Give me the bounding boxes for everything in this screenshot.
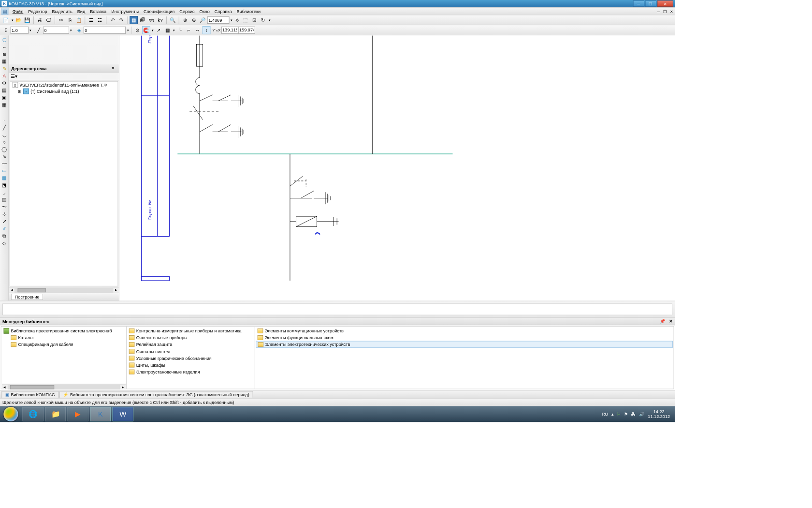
ellipse-icon[interactable]: ◯	[0, 146, 8, 153]
library-header[interactable]: Менеджер библиотек 📌 ✕	[0, 318, 675, 325]
taskbar-media[interactable]: ▶	[68, 407, 88, 421]
refresh-icon[interactable]: ↻	[259, 16, 267, 24]
snap-magnet-icon[interactable]: 🧲	[142, 26, 150, 34]
ortho-icon[interactable]: └	[176, 26, 184, 34]
layer-input[interactable]	[84, 27, 126, 34]
list-item[interactable]: Контрольно-измерительные приборы и автом…	[127, 327, 254, 334]
list-item[interactable]: Условные графические обозначения	[127, 355, 254, 361]
menu-insert[interactable]: Вставка	[87, 8, 109, 15]
lib-tree-item[interactable]: Каталог	[2, 334, 125, 341]
tray-volume-icon[interactable]: 🔊	[639, 412, 645, 417]
lang-indicator[interactable]: RU	[602, 412, 608, 417]
step-icon[interactable]: ↧	[2, 26, 10, 34]
zoom-window-icon[interactable]: 🔎	[199, 16, 207, 24]
notations-icon[interactable]: ≋	[0, 51, 8, 58]
coord2-icon[interactable]: ↕	[203, 26, 211, 34]
coord1-icon[interactable]: ↔	[194, 26, 202, 34]
taskbar-explorer[interactable]: 📁	[45, 407, 66, 421]
tree-panel-header[interactable]: Дерево чертежа ✕	[9, 64, 119, 73]
zoom-extents-icon[interactable]: 🔍	[169, 16, 177, 24]
lib-close-icon[interactable]: ✕	[669, 319, 672, 324]
snap3-icon[interactable]: ↗	[155, 26, 163, 34]
tray-clock[interactable]: 14:22 11.12.2012	[648, 409, 670, 419]
coord-y-input[interactable]	[238, 27, 255, 34]
lib-tree-root[interactable]: Библиотека проектирования систем электро…	[2, 327, 125, 334]
lib-scrollbar[interactable]: ◂▸	[2, 384, 126, 389]
menu-tools[interactable]: Инструменты	[109, 8, 141, 15]
new-dropdown[interactable]: ▾	[11, 18, 14, 22]
taskbar-kompas[interactable]: K	[90, 407, 111, 421]
tree-node-item[interactable]: ⊞ ▫ (т) Системный вид (1:1)	[10, 88, 118, 94]
preview-icon[interactable]: 🖵	[44, 16, 53, 24]
start-button[interactable]	[0, 406, 22, 422]
coord-x-input[interactable]	[221, 27, 238, 34]
active-panel-icon[interactable]: ▦	[130, 16, 138, 24]
curve-icon[interactable]: 〜	[0, 203, 8, 210]
cut-icon[interactable]: ✂	[57, 16, 65, 24]
lib-tree-item[interactable]: Спецификация для кабеля	[2, 341, 125, 348]
params-icon[interactable]: ⚙	[0, 80, 8, 87]
point-icon[interactable]: ·	[0, 117, 8, 124]
new-icon[interactable]: 📄	[2, 16, 10, 24]
lib-tab-es[interactable]: ⚡Библиотека проектирования систем электр…	[59, 391, 253, 397]
list-item[interactable]: Сигналы систем	[127, 348, 254, 355]
menu-select[interactable]: Выделить	[50, 8, 75, 15]
close-button[interactable]: ✕	[657, 0, 673, 7]
fill-icon[interactable]: ▩	[0, 175, 8, 182]
doc2-icon[interactable]: ▦	[0, 101, 8, 108]
tree-root-item[interactable]: ▯ \\SERVER21\students\11-эпп\Амекачев Т.…	[10, 82, 118, 88]
break-icon[interactable]: ⤢	[0, 218, 8, 225]
snap1-icon[interactable]: ⊙	[133, 26, 142, 34]
taskbar-ie[interactable]: 🌐	[23, 407, 44, 421]
chamfer-icon[interactable]: ⬔	[0, 182, 8, 189]
list-item[interactable]: Щиты, шкафы	[127, 361, 254, 368]
menu-spec[interactable]: Спецификация	[141, 8, 177, 15]
undo-icon[interactable]: ↶	[108, 16, 116, 24]
list-item[interactable]: Элементы коммутационных устройств	[256, 327, 673, 334]
menu-libraries[interactable]: Библиотеки	[234, 8, 263, 15]
circle-icon[interactable]: ○	[0, 138, 8, 146]
offset-icon[interactable]: ⫽	[0, 225, 8, 232]
menu-file[interactable]: Файл	[10, 8, 26, 15]
zoom-dropdown[interactable]: ▾	[230, 18, 233, 22]
mdi-close[interactable]: ✕	[670, 9, 673, 14]
list-item[interactable]: Элементы функциональных схем	[256, 334, 673, 341]
tree-scrollbar[interactable]: ◂ ▸	[9, 287, 119, 293]
grid2-icon[interactable]: ▦	[0, 58, 8, 65]
rect-icon[interactable]: ▭	[0, 167, 8, 175]
drawing-canvas[interactable]: Пер Справ. №	[119, 35, 675, 300]
edit-icon[interactable]: ✎	[0, 65, 8, 73]
save-icon[interactable]: 💾	[23, 16, 31, 24]
maximize-button[interactable]: ☐	[645, 0, 656, 7]
tray-flag-icon[interactable]: ⚑	[624, 412, 628, 417]
tray-net-icon[interactable]: 🖧	[631, 412, 636, 417]
tree-tool-icon[interactable]: ☰▾	[11, 73, 17, 79]
menu-editor[interactable]: Редактор	[26, 8, 49, 15]
fx-icon[interactable]: f(x)	[147, 16, 156, 24]
grid-icon[interactable]: ▦	[163, 26, 172, 34]
view2-icon[interactable]: ⊡	[250, 16, 259, 24]
list-item[interactable]: Электроустановочные изделия	[127, 368, 254, 375]
mdi-minimize[interactable]: ─	[657, 9, 660, 14]
hatch-icon[interactable]: ▨	[0, 196, 8, 204]
text-icon[interactable]: A	[0, 73, 8, 80]
lib-tab-kompas[interactable]: ▣Библиотеки КОМПАС	[1, 391, 58, 397]
zoom-input[interactable]	[207, 16, 230, 24]
dim-icon[interactable]: ↔	[0, 44, 8, 51]
zoom-in-icon[interactable]: ⊕	[181, 16, 189, 24]
line-icon[interactable]: ╱	[0, 124, 8, 131]
tool1-icon[interactable]: 🗐	[139, 16, 147, 24]
layer-icon[interactable]: ◈	[75, 26, 83, 34]
linestyle-input[interactable]	[43, 27, 69, 34]
axis-icon[interactable]: ⊹	[0, 210, 8, 218]
doc1-icon[interactable]: ▣	[0, 94, 8, 101]
copy-icon[interactable]: ⎘	[66, 16, 74, 24]
table-icon[interactable]: ▤	[0, 87, 8, 94]
menu-help[interactable]: Справка	[212, 8, 234, 15]
step-input[interactable]	[11, 27, 29, 34]
paste-icon[interactable]: 📋	[75, 16, 83, 24]
linestyle-icon[interactable]: ╱	[34, 26, 43, 34]
app-menu-icon[interactable]: ▤	[1, 8, 8, 15]
tree-tab[interactable]: Построение	[9, 293, 119, 301]
minimize-button[interactable]: ─	[633, 0, 644, 7]
